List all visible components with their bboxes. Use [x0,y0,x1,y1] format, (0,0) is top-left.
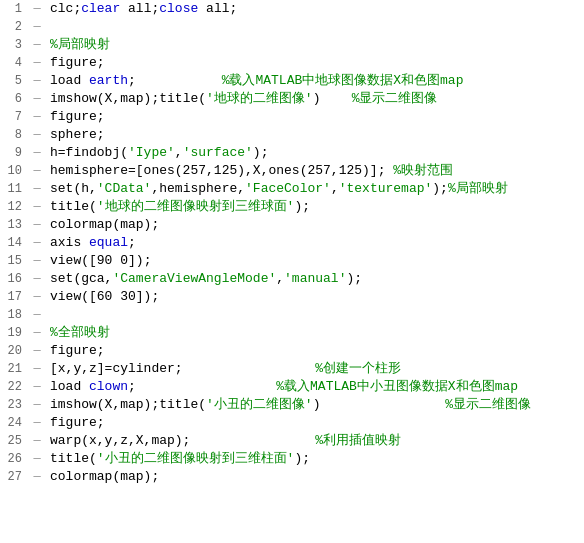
line-number: 25 [0,432,28,450]
code-token: clown [89,379,128,394]
code-token: clc [50,1,73,16]
line-dash: — [28,198,46,216]
code-token: %显示二维图像 [352,91,438,106]
code-token: [x,y,z]=cylinder; [50,361,315,376]
line-number: 6 [0,90,28,108]
line-content: load earth; %载入MATLAB中地球图像数据X和色图map [46,72,584,90]
code-token: title( [159,91,206,106]
code-token: axis [50,235,89,250]
line-number: 16 [0,270,28,288]
line-dash: — [28,90,46,108]
line-number: 4 [0,54,28,72]
code-token: 'manual' [284,271,346,286]
code-token: ; [97,109,105,124]
line-number: 22 [0,378,28,396]
line-number: 24 [0,414,28,432]
code-token: 'CameraViewAngleMode' [112,271,276,286]
table-row: 1—clc;clear all;close all; [0,0,584,18]
table-row: 23—imshow(X,map);title('小丑的二维图像') %显示二维图… [0,396,584,414]
code-token: figure [50,109,97,124]
code-token: all [198,1,229,16]
line-dash: — [28,54,46,72]
line-content: set(gca,'CameraViewAngleMode','manual'); [46,270,584,288]
code-token: imshow(X,map) [50,91,151,106]
line-content: axis equal; [46,234,584,252]
code-token: '地球的二维图像' [206,91,313,106]
code-token: %载入MATLAB中小丑图像数据X和色图map [276,379,518,394]
line-content: imshow(X,map);title('地球的二维图像') %显示二维图像 [46,90,584,108]
code-token: figure [50,343,97,358]
line-number: 23 [0,396,28,414]
line-content: view([60 30]); [46,288,584,306]
code-token: '地球的二维图像映射到三维球面' [97,199,295,214]
code-token: ); [432,181,448,196]
code-token: 'texturemap' [339,181,433,196]
line-dash: — [28,126,46,144]
table-row: 5—load earth; %载入MATLAB中地球图像数据X和色图map [0,72,584,90]
line-content: warp(x,y,z,X,map); %利用插值映射 [46,432,584,450]
code-token: figure [50,415,97,430]
line-dash: — [28,342,46,360]
table-row: 13—colormap(map); [0,216,584,234]
line-dash: — [28,180,46,198]
line-number: 3 [0,36,28,54]
line-dash: — [28,0,46,18]
code-token: %全部映射 [50,325,110,340]
table-row: 27—colormap(map); [0,468,584,486]
line-content: figure; [46,342,584,360]
code-token: earth [89,73,128,88]
code-token: ; [144,253,152,268]
code-token: clear [81,1,120,16]
code-token: load [50,379,89,394]
code-token: load [50,73,89,88]
line-dash: — [28,360,46,378]
code-token: 'CData' [97,181,152,196]
code-token: ); [294,451,310,466]
line-number: 21 [0,360,28,378]
code-editor: 1—clc;clear all;close all;2—3—%局部映射4—fig… [0,0,584,486]
line-content: figure; [46,54,584,72]
table-row: 6—imshow(X,map);title('地球的二维图像') %显示二维图像 [0,90,584,108]
table-row: 18— [0,306,584,324]
code-token: ; [97,415,105,430]
code-token: ; [128,235,136,250]
code-token: ; [151,217,159,232]
line-content: %局部映射 [46,36,584,54]
code-token: ; [151,469,159,484]
code-token: ; [97,55,105,70]
code-token: 'FaceColor' [245,181,331,196]
line-number: 9 [0,144,28,162]
code-token: %载入MATLAB中地球图像数据X和色图map [222,73,464,88]
line-number: 15 [0,252,28,270]
line-number: 12 [0,198,28,216]
line-content: title('小丑的二维图像映射到三维柱面'); [46,450,584,468]
line-dash: — [28,36,46,54]
code-token: ; [128,379,276,394]
code-token: colormap(map) [50,217,151,232]
table-row: 10—hemisphere=[ones(257,125),X,ones(257,… [0,162,584,180]
table-row: 17—view([60 30]); [0,288,584,306]
line-dash: — [28,270,46,288]
line-number: 18 [0,306,28,324]
line-dash: — [28,252,46,270]
line-dash: — [28,144,46,162]
line-content: h=findobj('Iype','surface'); [46,144,584,162]
table-row: 19—%全部映射 [0,324,584,342]
code-token: equal [89,235,128,250]
line-content: title('地球的二维图像映射到三维球面'); [46,198,584,216]
line-number: 13 [0,216,28,234]
line-number: 2 [0,18,28,36]
line-number: 7 [0,108,28,126]
line-number: 20 [0,342,28,360]
line-content: clc;clear all;close all; [46,0,584,18]
table-row: 12—title('地球的二维图像映射到三维球面'); [0,198,584,216]
table-row: 20—figure; [0,342,584,360]
line-number: 5 [0,72,28,90]
code-token: colormap(map) [50,469,151,484]
code-token: '小丑的二维图像映射到三维柱面' [97,451,295,466]
line-number: 26 [0,450,28,468]
line-content: imshow(X,map);title('小丑的二维图像') %显示二维图像 [46,396,584,414]
line-number: 10 [0,162,28,180]
line-dash: — [28,234,46,252]
table-row: 2— [0,18,584,36]
